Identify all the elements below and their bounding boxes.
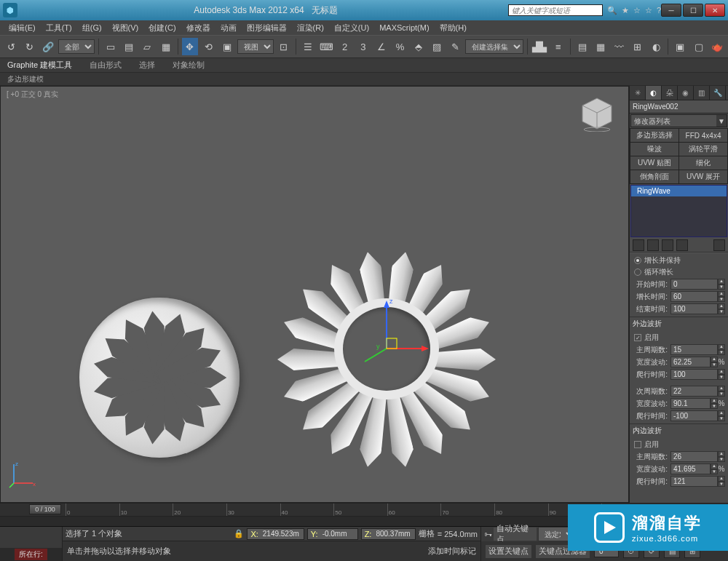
window-crossing-icon[interactable]: ▦ [158, 38, 174, 55]
inner-major-input[interactable]: 26 [670, 451, 718, 462]
tab-create-icon[interactable]: ✳ [630, 86, 646, 100]
curve-editor-icon[interactable]: 〰 [611, 38, 627, 55]
snap-2d-icon[interactable]: 2 [336, 38, 352, 55]
key-mode-icon[interactable]: 🗝 [484, 530, 492, 538]
render-setup-icon[interactable]: ▣ [672, 38, 688, 55]
tab-display-icon[interactable]: ▥ [694, 86, 710, 100]
modbtn-ffd[interactable]: FFD 4x4x4 [679, 129, 727, 142]
layer-manager-icon[interactable]: ▤ [574, 38, 590, 55]
start-time-input[interactable]: 0 [670, 279, 718, 290]
autokey-button[interactable]: 自动关键点 [494, 528, 537, 541]
maxscript-mini-listener[interactable] [0, 527, 62, 548]
modbtn-noise[interactable]: 噪波 [630, 143, 678, 156]
radio-cyclic[interactable]: 循环增长 [633, 266, 725, 278]
help-search-input[interactable] [508, 4, 603, 16]
remove-modifier-icon[interactable] [676, 239, 688, 251]
modbtn-unwrap[interactable]: UVW 展开 [679, 170, 727, 183]
angle-snap-icon[interactable]: ∠ [373, 38, 389, 55]
make-unique-icon[interactable] [662, 239, 673, 251]
grow-time-input[interactable]: 60 [670, 291, 718, 302]
search-icon[interactable]: 🔍 [607, 6, 617, 15]
modifier-list-dropdown[interactable]: 修改器列表▼ [630, 114, 727, 127]
end-time-input[interactable]: 100 [670, 303, 718, 314]
modbtn-turbosmooth[interactable]: 涡轮平滑 [679, 143, 727, 156]
lock-selection-icon[interactable]: 🔒 [234, 529, 244, 538]
add-time-tag[interactable]: 添加时间标记 [428, 546, 476, 557]
spinner-down[interactable]: ▼ [718, 285, 725, 290]
menu-help[interactable]: 帮助(H) [435, 21, 471, 35]
pin-stack-icon[interactable] [633, 239, 644, 251]
select-button[interactable]: ▭ [103, 38, 119, 55]
tab-modify-icon[interactable]: ◐ [646, 86, 662, 100]
manipulate-button[interactable]: ☰ [300, 38, 316, 55]
inner-widthflux-input[interactable]: 41.695 [670, 463, 711, 474]
outer-enable-checkbox[interactable]: ✓启用 [633, 332, 725, 343]
select-name-button[interactable]: ▤ [121, 38, 137, 55]
viewport[interactable]: [ +0 正交 0 真实 z x [0, 86, 629, 503]
modbtn-tessellate[interactable]: 细化 [679, 156, 727, 170]
tab-utilities-icon[interactable]: 🔧 [710, 86, 726, 100]
ribbon-tab-freeform[interactable]: 自由形式 [90, 60, 122, 71]
coord-y[interactable]: -0.0mm [320, 530, 356, 538]
minimize-button[interactable]: ─ [661, 4, 681, 17]
tab-motion-icon[interactable]: ◉ [678, 86, 694, 100]
edged-faces-icon[interactable]: ▨ [429, 38, 445, 55]
menu-grapheditors[interactable]: 图形编辑器 [242, 21, 291, 35]
menu-modifiers[interactable]: 修改器 [182, 21, 215, 35]
edit-named-sel-icon[interactable]: ✎ [447, 38, 463, 55]
mirror-button[interactable]: ▟▙ [531, 38, 547, 55]
transform-gizmo[interactable]: z y [343, 298, 430, 385]
ref-coord-dropdown[interactable]: 视图 [237, 39, 274, 54]
modifier-stack[interactable]: RingWave [630, 185, 727, 237]
named-selection-dropdown[interactable]: 创建选择集 [465, 39, 523, 54]
menu-group[interactable]: 组(G) [78, 21, 106, 35]
graphite-icon[interactable]: ▦ [593, 38, 609, 55]
move-button[interactable]: ✥ [182, 38, 198, 55]
menu-maxscript[interactable]: MAXScript(M) [375, 22, 433, 33]
menu-edit[interactable]: 编辑(E) [4, 21, 40, 35]
menu-create[interactable]: 创建(C) [144, 21, 180, 35]
coord-z[interactable]: 800.37mm [373, 530, 413, 538]
tab-hierarchy-icon[interactable]: 朵 [662, 86, 678, 100]
radio-grow-stay[interactable]: 增长并保持 [633, 255, 725, 266]
modbtn-polyselect[interactable]: 多边形选择 [630, 129, 678, 142]
menu-customize[interactable]: 自定义(U) [330, 21, 373, 35]
rect-select-icon[interactable]: ▱ [139, 38, 155, 55]
modbtn-bevelprofile[interactable]: 倒角剖面 [630, 170, 678, 183]
spinner-up[interactable]: ▲ [718, 279, 725, 285]
modbtn-uvwmap[interactable]: UVW 贴图 [630, 156, 678, 170]
menu-rendering[interactable]: 渲染(R) [293, 21, 328, 35]
ribbon-tab-paint[interactable]: 对象绘制 [173, 60, 205, 71]
configure-sets-icon[interactable] [713, 239, 725, 251]
star-icon[interactable]: ☆ [633, 6, 641, 15]
outer-crawl2-input[interactable]: -100 [670, 410, 718, 421]
outer-crawl-input[interactable]: 100 [670, 369, 718, 380]
percent-snap-icon[interactable]: % [392, 38, 408, 55]
undo-button[interactable]: ↺ [3, 38, 19, 55]
rotate-button[interactable]: ⟲ [200, 38, 216, 55]
ribbon-tab-graphite[interactable]: Graphite 建模工具 [7, 60, 72, 71]
pivot-icon[interactable]: ⊡ [276, 38, 292, 55]
coord-x[interactable]: 2149.523m [260, 530, 302, 538]
outer-major-input[interactable]: 15 [670, 344, 718, 355]
object-name-input[interactable] [630, 100, 728, 113]
schematic-view-icon[interactable]: ⊞ [630, 38, 646, 55]
setkey-button[interactable]: 设置关键点 [486, 545, 531, 558]
menu-view[interactable]: 视图(V) [108, 21, 143, 35]
selection-filter[interactable]: 全部 [58, 39, 95, 54]
stack-item-ringwave[interactable]: RingWave [631, 186, 727, 196]
inner-crawl-input[interactable]: 121 [670, 476, 718, 487]
render-button[interactable]: 🫖 [709, 38, 725, 55]
close-button[interactable]: ✕ [705, 4, 725, 17]
menu-tools[interactable]: 工具(T) [41, 21, 76, 35]
star-icon[interactable]: ★ [622, 6, 629, 15]
time-slider-thumb[interactable]: 0 / 100 [29, 504, 61, 514]
redo-button[interactable]: ↻ [21, 38, 37, 55]
outer-widthflux2-input[interactable]: 90.1 [670, 398, 711, 409]
spinner-snap-icon[interactable]: ⬘ [411, 38, 427, 55]
app-logo-icon[interactable]: ⬢ [3, 3, 17, 17]
outer-widthflux-input[interactable]: 62.25 [670, 357, 711, 367]
scale-button[interactable]: ▣ [218, 38, 234, 55]
show-end-result-icon[interactable] [647, 239, 659, 251]
maximize-button[interactable]: ☐ [683, 4, 703, 17]
